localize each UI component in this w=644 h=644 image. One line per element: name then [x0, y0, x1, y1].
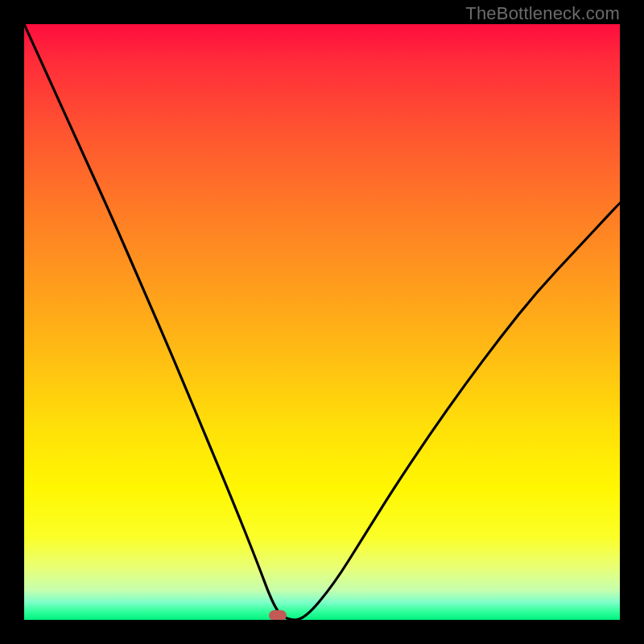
bottleneck-curve	[24, 24, 620, 620]
plot-area	[24, 24, 620, 620]
watermark-text: TheBottleneck.com	[465, 3, 620, 24]
chart-frame: TheBottleneck.com	[0, 0, 644, 644]
optimal-point-marker	[269, 610, 287, 620]
